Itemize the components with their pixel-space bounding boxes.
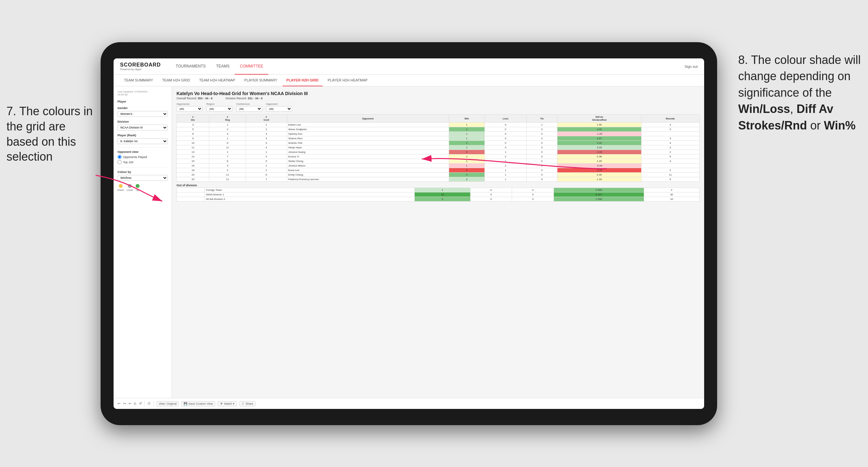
grid-records: Overall Record: 353 - 34 - 6 Division Re… — [177, 97, 700, 100]
toolbar-undo[interactable]: ↩ — [118, 401, 120, 406]
cell-reg: 2 — [209, 127, 246, 132]
legend-dot-level — [128, 184, 132, 188]
filter-opponents-select[interactable]: (All) — [177, 106, 203, 112]
cell-div: 3 — [177, 123, 209, 127]
cell-div: 16 — [177, 163, 209, 168]
subnav-team-h2h-heatmap[interactable]: TEAM H2H HEATMAP — [195, 75, 239, 86]
sidebar-division-section: Division NCAA Division III — [118, 120, 168, 130]
ood-cell-name: NAIA Division 1 — [205, 192, 415, 197]
main-content: Last Updated: 27/03/2024 16:55:38 Player… — [114, 86, 704, 398]
out-of-division-header: Out of division — [177, 182, 700, 188]
nav-committee[interactable]: COMMITTEE — [235, 58, 268, 75]
filter-conference-label: Conference — [236, 102, 262, 105]
table-row: 20 11 6 Emily Chang 4 1 0 0.30 11 — [177, 173, 700, 177]
cell-diff: 3.67 — [557, 136, 641, 141]
cell-rounds — [641, 163, 699, 168]
toolbar-refresh[interactable]: ↺ — [139, 401, 142, 406]
toolbar-save-custom[interactable]: 💾 Save Custom View — [181, 401, 215, 406]
nav-teams[interactable]: TEAMS — [211, 58, 235, 75]
legend-label-up: Up — [136, 189, 139, 191]
toolbar-watch[interactable]: 👁 Watch ▾ — [218, 401, 237, 406]
cell-loss: 1 — [485, 173, 526, 177]
cell-win: 2 — [449, 154, 485, 159]
cell-opponent: Eunice Yi — [287, 154, 449, 159]
sidebar-colour-by-section: Colour by Win/loss — [118, 170, 168, 181]
subnav-player-h2h-heatmap[interactable]: PLAYER H2H HEATMAP — [324, 75, 372, 86]
ood-cell-diff: 4.500 — [554, 188, 644, 192]
col-conf: #Conf — [246, 115, 287, 123]
cell-conf: 1 — [246, 163, 287, 168]
sidebar-player-rank-select[interactable]: 8. Katelyn Vo — [118, 138, 168, 144]
cell-diff: 3.33 — [557, 145, 641, 150]
sidebar-gender-label: Gender — [118, 106, 168, 110]
cell-loss: 0 — [485, 132, 526, 136]
cell-tie: 0 — [526, 163, 557, 168]
nav-sign-out[interactable]: Sign out — [685, 65, 698, 68]
cell-opponent: Esther Lee — [287, 123, 449, 127]
cell-opponent: Andrea York — [287, 141, 449, 145]
sidebar-division-select[interactable]: NCAA Division III — [118, 125, 168, 130]
subnav-team-h2h-grid[interactable]: TEAM H2H GRID — [158, 75, 194, 86]
cell-win: 1 — [449, 123, 485, 127]
cell-tie: 0 — [526, 141, 557, 145]
division-record: Division Record: 331 - 34 - 6 — [225, 97, 262, 100]
toolbar-clock[interactable]: ⏱ — [147, 402, 151, 406]
subnav-team-summary[interactable]: TEAM SUMMARY — [120, 75, 157, 86]
tablet-frame: SCOREBOARD Powered by clippd TOURNAMENTS… — [101, 42, 717, 425]
radio-top100-input[interactable] — [118, 160, 122, 164]
table-row: 3 1 1 Esther Lee 1 0 1 1.50 4 — [177, 123, 700, 127]
sidebar-gender-select[interactable]: Women's — [118, 111, 168, 117]
subnav-player-h2h-grid[interactable]: PLAYER H2H GRID — [283, 75, 322, 86]
filter-conference-select[interactable]: (All) — [236, 106, 262, 112]
cell-opponent: Heejo Hyun — [287, 145, 449, 150]
cell-opponent: Jessica Mason — [287, 163, 449, 168]
ood-cell-rounds: 30 — [644, 192, 699, 197]
tablet-screen: SCOREBOARD Powered by clippd TOURNAMENTS… — [114, 58, 704, 409]
cell-loss: 1 — [485, 159, 526, 163]
table-row: 13 1 1 Jessica Huang 0 1 0 -3.00 2 — [177, 150, 700, 154]
ood-cell-win: 1 — [415, 188, 470, 192]
cell-win: 0 — [449, 168, 485, 173]
toolbar-copy[interactable]: ⎘ — [134, 402, 136, 406]
radio-opponents-played-input[interactable] — [118, 155, 122, 159]
cell-diff: 1.25 — [557, 159, 641, 163]
ood-cell-rounds: 10 — [644, 197, 699, 201]
ood-cell-label — [177, 188, 205, 192]
sidebar: Last Updated: 27/03/2024 16:55:38 Player… — [114, 86, 172, 398]
cell-win: 1 — [449, 136, 485, 141]
cell-win: 0 — [449, 150, 485, 154]
cell-reg: 1 — [209, 123, 246, 127]
filter-region-select[interactable]: (All) — [206, 106, 232, 112]
col-win: Win — [449, 115, 485, 123]
cell-win: 2 — [449, 177, 485, 182]
toolbar-redo[interactable]: ↪ — [123, 401, 126, 406]
radio-opponents-played[interactable]: Opponents Played — [118, 155, 168, 159]
cell-conf: 1 — [246, 150, 287, 154]
table-row: 10 6 3 Andrea York 2 0 0 4.00 4 — [177, 141, 700, 145]
sidebar-colour-by-select[interactable]: Win/loss — [118, 175, 168, 181]
cell-win: 2 — [449, 141, 485, 145]
radio-top100[interactable]: Top 100 — [118, 160, 168, 164]
cell-loss: 0 — [485, 123, 526, 127]
toolbar-back[interactable]: ↩ — [128, 401, 131, 406]
ood-cell-rounds: 2 — [644, 188, 699, 192]
col-tie: Tie — [526, 115, 557, 123]
toolbar-view-original[interactable]: View: Original — [156, 401, 179, 406]
cell-div: 9 — [177, 136, 209, 141]
filter-opponent-select[interactable]: (All) — [266, 106, 292, 112]
cell-tie: 0 — [526, 154, 557, 159]
cell-win: 1 — [449, 163, 485, 168]
ood-cell-name: Foreign Team — [205, 188, 415, 192]
cell-reg: 3 — [209, 163, 246, 168]
toolbar-share[interactable]: ⇧ Share — [240, 401, 255, 406]
cell-tie: 1 — [526, 123, 557, 127]
cell-rounds: 3 — [641, 127, 699, 132]
cell-tie: 0 — [526, 136, 557, 141]
nav-bar: SCOREBOARD Powered by clippd TOURNAMENTS… — [114, 58, 704, 75]
nav-tournaments[interactable]: TOURNAMENTS — [171, 58, 211, 75]
grid-area: Katelyn Vo Head-to-Head Grid for Women's… — [172, 86, 704, 398]
cell-diff: -3.00 — [557, 150, 641, 154]
legend-label-level: Level — [127, 189, 133, 191]
subnav-player-summary[interactable]: PLAYER SUMMARY — [241, 75, 281, 86]
sub-nav: TEAM SUMMARY TEAM H2H GRID TEAM H2H HEAT… — [114, 75, 704, 86]
